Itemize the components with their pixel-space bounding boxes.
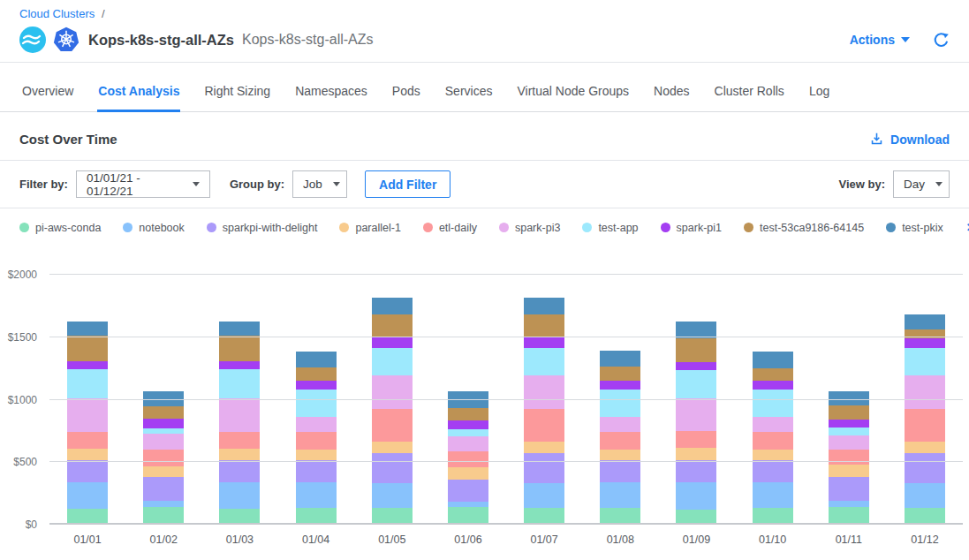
actions-button[interactable]: Actions	[850, 33, 910, 47]
stacked-bar-01/06[interactable]	[448, 391, 488, 523]
bar-segment-test-53ca9186-64145[interactable]	[905, 329, 945, 338]
bar-segment-parallel-1[interactable]	[753, 450, 793, 461]
bar-segment-notebook[interactable]	[67, 482, 108, 509]
stacked-bar-01/09[interactable]	[676, 322, 716, 523]
bar-segment-sparkpi-with-delight[interactable]	[753, 460, 793, 482]
add-filter-button[interactable]: Add Filter	[365, 170, 450, 198]
bar-segment-pi-aws-conda[interactable]	[676, 510, 716, 523]
tab-right-sizing[interactable]: Right Sizing	[203, 63, 271, 112]
bar-segment-sparkpi-with-delight[interactable]	[905, 453, 945, 482]
bar-segment-test-pkix[interactable]	[67, 322, 108, 336]
bar-segment-test-53ca9186-64145[interactable]	[143, 406, 184, 418]
bar-segment-test-app[interactable]	[372, 348, 413, 375]
bar-segment-parallel-1[interactable]	[296, 450, 337, 461]
bar-segment-test-53ca9186-64145[interactable]	[676, 338, 716, 363]
bar-segment-etl-daily[interactable]	[143, 450, 184, 466]
legend-item-test-app[interactable]: test-app	[582, 222, 638, 234]
bar-segment-spark-pi1[interactable]	[524, 337, 564, 348]
bar-segment-notebook[interactable]	[676, 482, 716, 510]
tab-namespaces[interactable]: Namespaces	[294, 63, 368, 112]
bar-segment-etl-daily[interactable]	[600, 432, 640, 450]
bar-segment-pi-aws-conda[interactable]	[524, 508, 564, 523]
stacked-bar-01/05[interactable]	[372, 298, 413, 523]
bar-segment-etl-daily[interactable]	[524, 409, 564, 443]
bar-segment-test-53ca9186-64145[interactable]	[753, 368, 793, 381]
bar-segment-pi-aws-conda[interactable]	[296, 508, 337, 523]
bar-segment-sparkpi-with-delight[interactable]	[143, 477, 184, 502]
bar-segment-spark-pi1[interactable]	[905, 338, 945, 348]
bar-segment-spark-pi3[interactable]	[829, 435, 869, 450]
bar-segment-spark-pi1[interactable]	[372, 337, 413, 348]
bar-segment-notebook[interactable]	[753, 482, 793, 508]
stacked-bar-01/08[interactable]	[600, 351, 640, 523]
bar-segment-sparkpi-with-delight[interactable]	[296, 460, 337, 482]
bar-segment-test-pkix[interactable]	[448, 391, 488, 407]
bar-segment-parallel-1[interactable]	[219, 449, 260, 460]
bar-segment-pi-aws-conda[interactable]	[600, 508, 640, 523]
bar-segment-spark-pi3[interactable]	[67, 398, 108, 432]
bar-segment-parallel-1[interactable]	[524, 442, 564, 453]
bar-segment-test-53ca9186-64145[interactable]	[372, 314, 413, 336]
bar-segment-spark-pi3[interactable]	[676, 398, 716, 432]
stacked-bar-01/10[interactable]	[753, 352, 793, 523]
bar-segment-test-app[interactable]	[676, 370, 716, 397]
tab-cost-analysis[interactable]: Cost Analysis	[97, 63, 180, 112]
bar-segment-parallel-1[interactable]	[676, 448, 716, 459]
legend-item-pi-aws-conda[interactable]: pi-aws-conda	[19, 222, 101, 234]
stacked-bar-01/11[interactable]	[829, 391, 869, 523]
bar-segment-sparkpi-with-delight[interactable]	[524, 453, 564, 482]
bar-segment-pi-aws-conda[interactable]	[372, 508, 413, 523]
legend-item-etl-daily[interactable]: etl-daily	[423, 222, 477, 234]
bar-segment-notebook[interactable]	[905, 483, 945, 508]
bar-segment-test-app[interactable]	[905, 348, 945, 375]
view-by-select[interactable]: Day	[893, 170, 950, 198]
legend-item-test-pkix[interactable]: test-pkix	[886, 222, 943, 234]
bar-segment-etl-daily[interactable]	[372, 409, 413, 443]
bar-segment-parallel-1[interactable]	[600, 450, 640, 461]
bar-segment-spark-pi1[interactable]	[67, 361, 108, 369]
date-range-select[interactable]: 01/01/21 - 01/12/21	[76, 170, 210, 198]
legend-item-parallel-1[interactable]: parallel-1	[339, 222, 400, 234]
bar-segment-sparkpi-with-delight[interactable]	[448, 480, 488, 502]
bar-segment-spark-pi1[interactable]	[219, 361, 260, 369]
bar-segment-parallel-1[interactable]	[67, 449, 108, 460]
bar-segment-etl-daily[interactable]	[753, 432, 793, 450]
bar-segment-spark-pi3[interactable]	[524, 375, 564, 409]
bar-segment-test-53ca9186-64145[interactable]	[524, 314, 564, 336]
legend-item-spark-pi3[interactable]: spark-pi3	[499, 222, 560, 234]
tab-virtual-node-groups[interactable]: Virtual Node Groups	[516, 63, 630, 112]
bar-segment-test-pkix[interactable]	[296, 352, 337, 367]
tab-nodes[interactable]: Nodes	[653, 63, 690, 112]
bar-segment-test-53ca9186-64145[interactable]	[448, 408, 488, 420]
bar-segment-test-pkix[interactable]	[753, 352, 793, 367]
bar-segment-pi-aws-conda[interactable]	[219, 509, 260, 523]
bar-segment-spark-pi3[interactable]	[600, 417, 640, 432]
bar-segment-spark-pi3[interactable]	[296, 417, 337, 432]
tab-overview[interactable]: Overview	[21, 63, 74, 112]
bar-segment-test-pkix[interactable]	[600, 351, 640, 367]
bar-segment-etl-daily[interactable]	[676, 431, 716, 448]
bar-segment-etl-daily[interactable]	[296, 432, 337, 450]
bar-segment-parallel-1[interactable]	[448, 467, 488, 480]
bar-segment-test-53ca9186-64145[interactable]	[600, 367, 640, 381]
bar-segment-pi-aws-conda[interactable]	[753, 508, 793, 523]
bar-segment-test-app[interactable]	[524, 348, 564, 375]
bar-segment-notebook[interactable]	[524, 483, 564, 508]
bar-segment-test-app[interactable]	[753, 390, 793, 417]
bar-segment-test-53ca9186-64145[interactable]	[67, 336, 108, 360]
bar-segment-spark-pi3[interactable]	[372, 375, 413, 409]
bar-segment-test-app[interactable]	[296, 390, 337, 417]
bar-segment-spark-pi3[interactable]	[219, 398, 260, 432]
group-by-select[interactable]: Job	[292, 170, 347, 198]
bar-segment-parallel-1[interactable]	[829, 465, 869, 477]
bar-segment-parallel-1[interactable]	[372, 442, 413, 453]
bar-segment-spark-pi3[interactable]	[448, 436, 488, 451]
bar-segment-pi-aws-conda[interactable]	[67, 509, 108, 523]
bar-segment-spark-pi1[interactable]	[676, 362, 716, 370]
bar-segment-test-app[interactable]	[829, 428, 869, 435]
bar-segment-spark-pi1[interactable]	[448, 420, 488, 429]
bar-segment-spark-pi3[interactable]	[143, 434, 184, 450]
bar-segment-parallel-1[interactable]	[905, 442, 945, 453]
bar-segment-notebook[interactable]	[296, 482, 337, 508]
stacked-bar-01/01[interactable]	[67, 322, 108, 523]
